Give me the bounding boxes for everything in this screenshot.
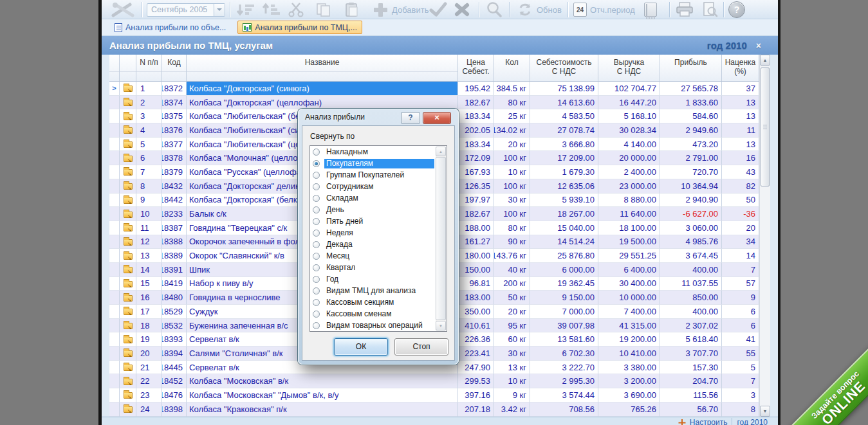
column-header[interactable]: N п/п (136, 55, 162, 81)
cell[interactable]: 11 640.00 (598, 207, 660, 221)
cell[interactable]: 7 000.00 (530, 305, 598, 319)
cell[interactable]: 6 400.00 (598, 263, 660, 277)
radio-option[interactable]: Кассовым секциям (310, 296, 447, 308)
tab-profit-by-goods[interactable]: Анализ прибыли по ТМЦ,... (237, 21, 362, 34)
radio-option[interactable]: Покупателям (310, 158, 447, 169)
cell[interactable]: 60 кг (494, 332, 530, 347)
column-header[interactable]: ВыручкаС НДС (598, 55, 660, 81)
cell[interactable]: 18376 (162, 123, 187, 138)
cell[interactable]: 30 кг (494, 194, 530, 208)
add-button[interactable]: Добавить (372, 0, 429, 19)
cell[interactable]: 167.93 (458, 165, 494, 179)
radio-option[interactable]: Накладным (310, 146, 447, 158)
folder-cell[interactable]: ↘ (120, 347, 136, 361)
cell[interactable]: 765.26 (598, 402, 660, 417)
cell[interactable]: 95 кг (494, 319, 530, 333)
cell[interactable]: 75 138.99 (530, 82, 598, 96)
folder-cell[interactable]: ↘ (120, 263, 136, 277)
paste-button[interactable] (343, 0, 361, 19)
cell[interactable]: 10 410.00 (598, 347, 660, 361)
cell[interactable]: 12 (136, 235, 162, 249)
cell[interactable]: 13 (722, 109, 759, 123)
column-header[interactable]: Прибыль (660, 55, 722, 81)
cell[interactable]: 18389 (162, 249, 187, 263)
cell[interactable]: 6 000.00 (530, 263, 598, 277)
radio-option[interactable]: День (310, 204, 447, 215)
period-dropdown-button[interactable] (214, 4, 225, 16)
cell[interactable]: 18387 (162, 221, 187, 235)
dialog-close-button[interactable]: × (423, 112, 451, 124)
cell[interactable]: 9 150.00 (530, 291, 598, 305)
cell[interactable]: 18398 (162, 402, 187, 417)
cell[interactable]: 18375 (162, 109, 187, 123)
cell[interactable]: 18393 (162, 332, 187, 347)
column-header[interactable]: Код (162, 55, 187, 81)
sort-desc-button[interactable] (261, 0, 281, 19)
cell[interactable]: 2 995.30 (530, 374, 598, 388)
table-vertical-scrollbar[interactable]: ▲ ▼ (759, 55, 770, 417)
cell[interactable]: 6 (136, 151, 162, 165)
cell[interactable]: 204.70 (660, 374, 722, 388)
cell[interactable]: 18480 (162, 291, 187, 305)
copy-button[interactable] (315, 0, 333, 19)
cell[interactable]: 157.30 (660, 361, 722, 375)
cell[interactable]: 10 кг (494, 374, 530, 388)
cell[interactable]: 182.67 (458, 207, 494, 221)
cell[interactable]: 10 (136, 207, 162, 221)
cell[interactable]: 82 (722, 179, 759, 194)
scrollbar-thumb[interactable] (436, 157, 446, 320)
cell[interactable]: 21 (136, 361, 162, 375)
column-header[interactable]: Наценка(%) (722, 55, 759, 81)
cell[interactable]: 3 674.45 (660, 249, 722, 263)
cell[interactable]: 195.42 (458, 82, 494, 96)
cell[interactable]: 6 (722, 305, 759, 319)
cell[interactable]: 56.70 (660, 402, 722, 417)
cell[interactable]: 5 618.40 (660, 332, 722, 347)
cell[interactable]: 3 (722, 388, 759, 402)
cell[interactable]: 18529 (162, 305, 187, 319)
cell[interactable]: 410.61 (458, 319, 494, 333)
cell[interactable]: 80 кг (494, 221, 530, 235)
cell[interactable]: 14 (722, 249, 759, 263)
cell[interactable]: 1 679.30 (530, 165, 598, 179)
cell[interactable]: 27 565.78 (660, 82, 722, 96)
cell[interactable]: 584.60 (660, 109, 722, 123)
cell[interactable]: 11 (136, 221, 162, 235)
cell[interactable]: 400.00 (660, 263, 722, 277)
cell[interactable]: 202.05 (458, 123, 494, 138)
folder-cell[interactable]: ↘ (120, 151, 136, 165)
cell[interactable]: 14 613.60 (530, 96, 598, 110)
cell[interactable]: 7 400.00 (598, 305, 660, 319)
cell[interactable]: 10 364.94 (660, 179, 722, 194)
cell[interactable]: 17 209.00 (530, 151, 598, 165)
cell[interactable]: 5 939.10 (530, 194, 598, 208)
panel-close-icon[interactable]: × (756, 41, 761, 51)
cell[interactable]: 1 (136, 82, 162, 96)
cell[interactable]: 18445 (162, 361, 187, 375)
radio-option[interactable]: Неделя (310, 227, 447, 239)
cell[interactable]: 20 кг (494, 305, 530, 319)
cell[interactable]: 188.00 (458, 221, 494, 235)
scroll-up-icon[interactable]: ▲ (760, 55, 770, 66)
tools-button[interactable] (109, 0, 136, 19)
cell[interactable]: 27 078.74 (530, 123, 598, 138)
cell[interactable]: 50 (722, 194, 759, 208)
cell[interactable]: 41 (722, 332, 759, 347)
folder-cell[interactable]: ↘ (120, 388, 136, 402)
folder-cell[interactable]: ↘ (120, 96, 136, 110)
cell[interactable]: 400.00 (660, 305, 722, 319)
folder-cell[interactable]: ↘ (120, 82, 136, 96)
column-header[interactable] (120, 55, 136, 81)
cell[interactable]: 708.56 (530, 402, 598, 417)
cell[interactable]: 41 315.00 (598, 319, 660, 333)
cell[interactable]: 14 (136, 263, 162, 277)
folder-cell[interactable]: ↘ (120, 194, 136, 208)
cell[interactable]: 183.00 (458, 291, 494, 305)
cell[interactable]: 18394 (162, 347, 187, 361)
radio-option[interactable]: Квартал (310, 262, 447, 273)
cell[interactable]: 18 267.00 (530, 207, 598, 221)
report-period-button[interactable]: 24 MAY Отч.период (573, 0, 635, 19)
cell[interactable]: 3 200.00 (598, 374, 660, 388)
cell[interactable]: 172.09 (458, 151, 494, 165)
cell[interactable]: -6 627.00 (660, 207, 722, 221)
